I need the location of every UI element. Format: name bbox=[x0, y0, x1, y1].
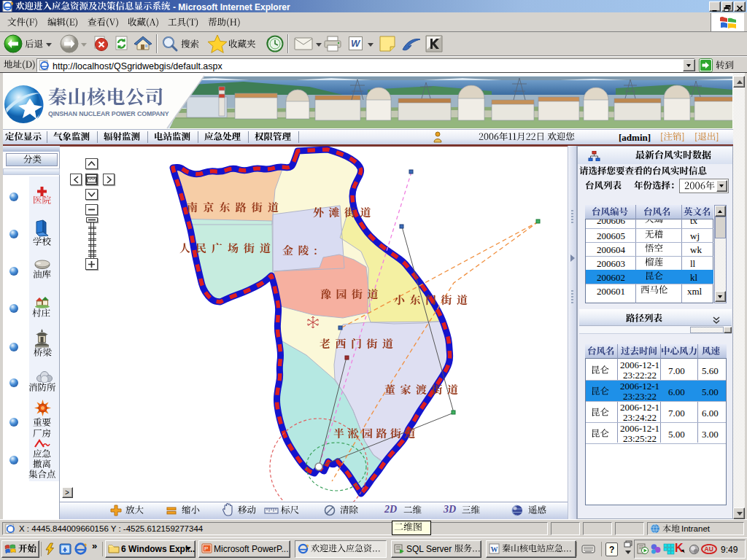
svg-text:AU: AU bbox=[705, 545, 713, 553]
svg-text:W: W bbox=[491, 545, 498, 553]
svg-text:P: P bbox=[204, 545, 208, 552]
